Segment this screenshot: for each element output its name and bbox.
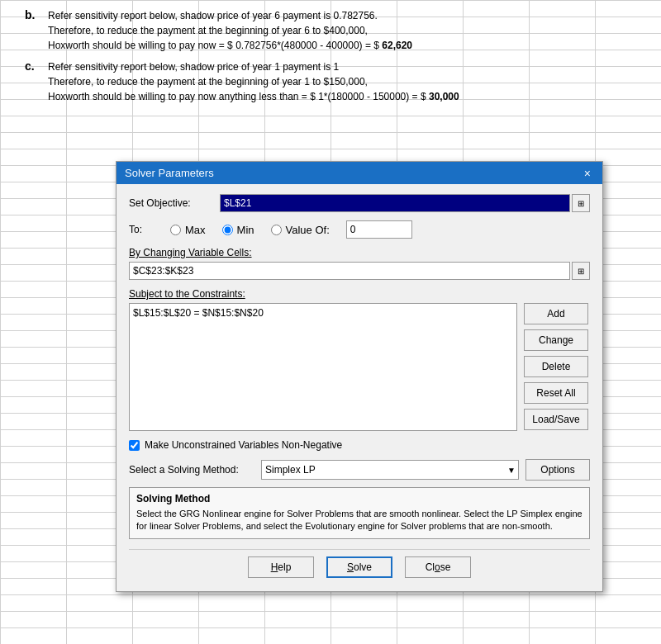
section-b-line1: Refer sensitivity report below, shadow p… xyxy=(48,8,412,23)
min-radio[interactable] xyxy=(222,225,233,235)
value-of-label: Value Of: xyxy=(286,224,330,236)
section-b-text: Refer sensitivity report below, shadow p… xyxy=(48,8,412,53)
unconstrained-label: Make Unconstrained Variables Non-Negativ… xyxy=(145,439,342,451)
set-objective-input[interactable] xyxy=(220,194,570,212)
method-select-wrapper: Simplex LP GRG Nonlinear Evolutionary ▼ xyxy=(261,460,519,480)
load-save-button[interactable]: Load/Save xyxy=(524,409,588,430)
to-label: To: xyxy=(129,224,154,235)
value-of-radio[interactable] xyxy=(271,225,282,235)
section-b-line3-text: Hoxworth should be willing to pay now = … xyxy=(48,40,379,51)
close-underline: Cl xyxy=(426,561,435,573)
section-c-line1: Refer sensitivity report below, shadow p… xyxy=(48,59,459,74)
add-button[interactable]: Add xyxy=(524,303,588,324)
section-c: c. Refer sensitivity report below, shado… xyxy=(25,59,653,104)
help-button[interactable]: Help xyxy=(248,556,314,578)
changing-cells-input[interactable] xyxy=(129,262,570,280)
section-b-line3: Hoxworth should be willing to pay now = … xyxy=(48,38,412,53)
dialog-body: Set Objective: ⊞ To: Max Min Value Of: xyxy=(117,184,602,591)
section-c-line2: Therefore, to reduce the payment at the … xyxy=(48,74,459,89)
max-label: Max xyxy=(185,224,206,236)
changing-cells-row: ⊞ xyxy=(129,262,590,280)
constraints-list[interactable]: $L$15:$L$20 = $N$15:$N$20 xyxy=(129,303,517,431)
max-radio-label[interactable]: Max xyxy=(170,224,206,236)
section-c-line3: Hoxworth should be willing to pay now an… xyxy=(48,89,459,104)
solving-method-text: Select the GRG Nonlinear engine for Solv… xyxy=(136,508,583,533)
help-text: elp xyxy=(278,561,291,573)
value-of-input[interactable] xyxy=(346,220,412,239)
set-objective-label: Set Objective: xyxy=(129,197,220,209)
section-b-line2: Therefore, to reduce the payment at the … xyxy=(48,23,412,38)
delete-button[interactable]: Delete xyxy=(524,356,588,377)
dialog-footer: Help Solve Close xyxy=(129,549,590,581)
range-icon: ⊞ xyxy=(578,199,584,208)
solve-underline: S xyxy=(347,561,354,573)
constraints-label: Subject to the Constraints: xyxy=(129,288,590,300)
section-b-label: b. xyxy=(25,8,41,53)
section-b: b. Refer sensitivity report below, shado… xyxy=(25,8,653,53)
constraint-item: $L$15:$L$20 = $N$15:$N$20 xyxy=(133,307,513,319)
section-c-text: Refer sensitivity report below, shadow p… xyxy=(48,59,459,104)
unconstrained-row: Make Unconstrained Variables Non-Negativ… xyxy=(129,439,590,451)
solving-method-box: Solving Method Select the GRG Nonlinear … xyxy=(129,487,590,539)
section-c-label: c. xyxy=(25,59,41,104)
options-button[interactable]: Options xyxy=(525,459,590,481)
section-b-amount: 62,620 xyxy=(382,40,412,51)
constraints-buttons: Add Change Delete Reset All Load/Save xyxy=(524,303,590,431)
dialog-close-button[interactable]: × xyxy=(581,168,594,179)
solver-dialog: Solver Parameters × Set Objective: ⊞ To:… xyxy=(116,161,603,592)
unconstrained-checkbox[interactable] xyxy=(129,440,140,451)
min-label: Min xyxy=(237,224,254,236)
close-button[interactable]: Close xyxy=(405,556,471,578)
changing-cells-range-button[interactable]: ⊞ xyxy=(572,262,590,280)
section-c-amount: 30,000 xyxy=(429,91,459,102)
method-select[interactable]: Simplex LP GRG Nonlinear Evolutionary xyxy=(261,460,519,480)
reset-all-button[interactable]: Reset All xyxy=(524,382,588,404)
set-objective-range-button[interactable]: ⊞ xyxy=(572,194,590,212)
constraints-area: $L$15:$L$20 = $N$15:$N$20 Add Change Del… xyxy=(129,303,590,431)
min-radio-label[interactable]: Min xyxy=(222,224,254,236)
range-icon-2: ⊞ xyxy=(578,267,584,276)
method-label: Select a Solving Method: xyxy=(129,464,261,476)
solve-text: olve xyxy=(354,561,372,573)
dialog-titlebar: Solver Parameters × xyxy=(117,162,602,184)
set-objective-row: Set Objective: ⊞ xyxy=(129,194,590,212)
solving-method-title: Solving Method xyxy=(136,493,583,504)
max-radio[interactable] xyxy=(170,225,181,235)
changing-cells-label: By Changing Variable Cells: xyxy=(129,247,590,258)
content-area: b. Refer sensitivity report below, shado… xyxy=(0,0,661,119)
change-button[interactable]: Change xyxy=(524,329,588,351)
method-row: Select a Solving Method: Simplex LP GRG … xyxy=(129,459,590,481)
to-row: To: Max Min Value Of: xyxy=(129,220,590,239)
dialog-title: Solver Parameters xyxy=(125,167,214,179)
close-text: ose xyxy=(435,561,450,573)
section-c-line3-text: Hoxworth should be willing to pay now an… xyxy=(48,91,426,102)
value-of-radio-label[interactable]: Value Of: xyxy=(271,224,330,236)
solve-button[interactable]: Solve xyxy=(326,556,392,578)
